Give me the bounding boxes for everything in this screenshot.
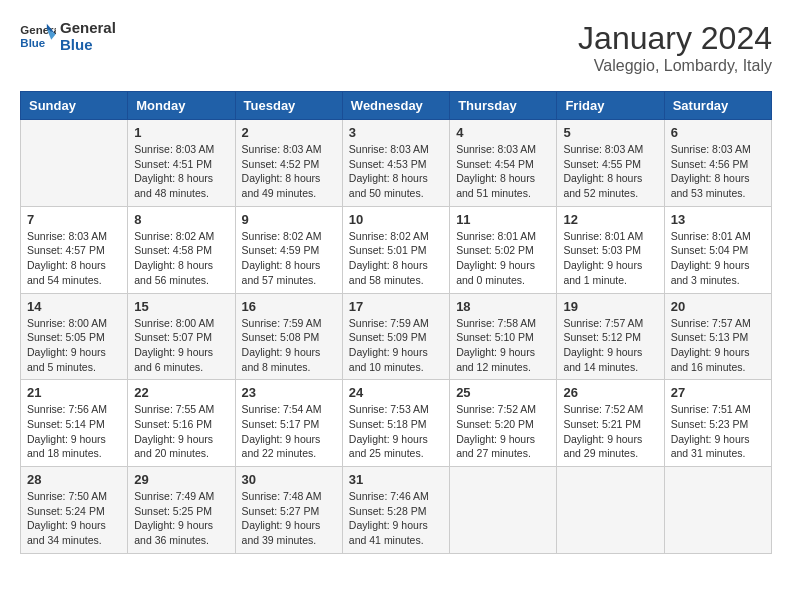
- day-info: Sunrise: 8:00 AM Sunset: 5:07 PM Dayligh…: [134, 316, 228, 375]
- calendar-cell: 21Sunrise: 7:56 AM Sunset: 5:14 PM Dayli…: [21, 380, 128, 467]
- calendar-week-5: 28Sunrise: 7:50 AM Sunset: 5:24 PM Dayli…: [21, 467, 772, 554]
- day-number: 7: [27, 212, 121, 227]
- calendar-cell: 25Sunrise: 7:52 AM Sunset: 5:20 PM Dayli…: [450, 380, 557, 467]
- calendar-cell: 23Sunrise: 7:54 AM Sunset: 5:17 PM Dayli…: [235, 380, 342, 467]
- day-info: Sunrise: 7:48 AM Sunset: 5:27 PM Dayligh…: [242, 489, 336, 548]
- calendar-cell: 4Sunrise: 8:03 AM Sunset: 4:54 PM Daylig…: [450, 120, 557, 207]
- day-number: 10: [349, 212, 443, 227]
- day-number: 2: [242, 125, 336, 140]
- day-number: 20: [671, 299, 765, 314]
- day-info: Sunrise: 7:56 AM Sunset: 5:14 PM Dayligh…: [27, 402, 121, 461]
- calendar-week-1: 1Sunrise: 8:03 AM Sunset: 4:51 PM Daylig…: [21, 120, 772, 207]
- day-number: 3: [349, 125, 443, 140]
- calendar-cell: 11Sunrise: 8:01 AM Sunset: 5:02 PM Dayli…: [450, 206, 557, 293]
- day-info: Sunrise: 8:02 AM Sunset: 5:01 PM Dayligh…: [349, 229, 443, 288]
- calendar-cell: 10Sunrise: 8:02 AM Sunset: 5:01 PM Dayli…: [342, 206, 449, 293]
- logo-icon: General Blue: [20, 22, 56, 52]
- calendar-cell: 14Sunrise: 8:00 AM Sunset: 5:05 PM Dayli…: [21, 293, 128, 380]
- day-number: 12: [563, 212, 657, 227]
- day-info: Sunrise: 8:03 AM Sunset: 4:53 PM Dayligh…: [349, 142, 443, 201]
- calendar-cell: 2Sunrise: 8:03 AM Sunset: 4:52 PM Daylig…: [235, 120, 342, 207]
- calendar-cell: 24Sunrise: 7:53 AM Sunset: 5:18 PM Dayli…: [342, 380, 449, 467]
- day-number: 5: [563, 125, 657, 140]
- day-number: 6: [671, 125, 765, 140]
- logo: General Blue General Blue: [20, 20, 116, 53]
- calendar-cell: 15Sunrise: 8:00 AM Sunset: 5:07 PM Dayli…: [128, 293, 235, 380]
- day-info: Sunrise: 8:03 AM Sunset: 4:57 PM Dayligh…: [27, 229, 121, 288]
- day-info: Sunrise: 7:49 AM Sunset: 5:25 PM Dayligh…: [134, 489, 228, 548]
- day-number: 16: [242, 299, 336, 314]
- month-title: January 2024: [578, 20, 772, 57]
- calendar-week-4: 21Sunrise: 7:56 AM Sunset: 5:14 PM Dayli…: [21, 380, 772, 467]
- day-number: 8: [134, 212, 228, 227]
- calendar-week-3: 14Sunrise: 8:00 AM Sunset: 5:05 PM Dayli…: [21, 293, 772, 380]
- calendar-cell: 18Sunrise: 7:58 AM Sunset: 5:10 PM Dayli…: [450, 293, 557, 380]
- calendar-cell: 5Sunrise: 8:03 AM Sunset: 4:55 PM Daylig…: [557, 120, 664, 207]
- calendar-cell: 20Sunrise: 7:57 AM Sunset: 5:13 PM Dayli…: [664, 293, 771, 380]
- calendar-cell: 9Sunrise: 8:02 AM Sunset: 4:59 PM Daylig…: [235, 206, 342, 293]
- weekday-header-wednesday: Wednesday: [342, 92, 449, 120]
- calendar-cell: 8Sunrise: 8:02 AM Sunset: 4:58 PM Daylig…: [128, 206, 235, 293]
- day-info: Sunrise: 8:03 AM Sunset: 4:54 PM Dayligh…: [456, 142, 550, 201]
- day-info: Sunrise: 7:53 AM Sunset: 5:18 PM Dayligh…: [349, 402, 443, 461]
- day-info: Sunrise: 7:52 AM Sunset: 5:20 PM Dayligh…: [456, 402, 550, 461]
- day-number: 17: [349, 299, 443, 314]
- day-number: 24: [349, 385, 443, 400]
- day-number: 22: [134, 385, 228, 400]
- day-number: 18: [456, 299, 550, 314]
- day-info: Sunrise: 7:52 AM Sunset: 5:21 PM Dayligh…: [563, 402, 657, 461]
- day-info: Sunrise: 7:51 AM Sunset: 5:23 PM Dayligh…: [671, 402, 765, 461]
- day-info: Sunrise: 8:03 AM Sunset: 4:52 PM Dayligh…: [242, 142, 336, 201]
- title-section: January 2024 Valeggio, Lombardy, Italy: [578, 20, 772, 75]
- weekday-header-thursday: Thursday: [450, 92, 557, 120]
- calendar-cell: 30Sunrise: 7:48 AM Sunset: 5:27 PM Dayli…: [235, 467, 342, 554]
- day-number: 27: [671, 385, 765, 400]
- day-number: 1: [134, 125, 228, 140]
- calendar-body: 1Sunrise: 8:03 AM Sunset: 4:51 PM Daylig…: [21, 120, 772, 554]
- day-number: 23: [242, 385, 336, 400]
- day-number: 4: [456, 125, 550, 140]
- day-number: 11: [456, 212, 550, 227]
- day-number: 15: [134, 299, 228, 314]
- calendar-cell: 19Sunrise: 7:57 AM Sunset: 5:12 PM Dayli…: [557, 293, 664, 380]
- day-number: 9: [242, 212, 336, 227]
- header-row: SundayMondayTuesdayWednesdayThursdayFrid…: [21, 92, 772, 120]
- weekday-header-friday: Friday: [557, 92, 664, 120]
- calendar-cell: 3Sunrise: 8:03 AM Sunset: 4:53 PM Daylig…: [342, 120, 449, 207]
- day-info: Sunrise: 7:46 AM Sunset: 5:28 PM Dayligh…: [349, 489, 443, 548]
- day-number: 31: [349, 472, 443, 487]
- day-info: Sunrise: 8:03 AM Sunset: 4:55 PM Dayligh…: [563, 142, 657, 201]
- day-info: Sunrise: 8:03 AM Sunset: 4:56 PM Dayligh…: [671, 142, 765, 201]
- calendar-header: SundayMondayTuesdayWednesdayThursdayFrid…: [21, 92, 772, 120]
- day-info: Sunrise: 8:02 AM Sunset: 4:59 PM Dayligh…: [242, 229, 336, 288]
- day-info: Sunrise: 7:54 AM Sunset: 5:17 PM Dayligh…: [242, 402, 336, 461]
- day-number: 28: [27, 472, 121, 487]
- day-info: Sunrise: 8:01 AM Sunset: 5:02 PM Dayligh…: [456, 229, 550, 288]
- calendar-cell: 27Sunrise: 7:51 AM Sunset: 5:23 PM Dayli…: [664, 380, 771, 467]
- day-number: 14: [27, 299, 121, 314]
- calendar-cell: 7Sunrise: 8:03 AM Sunset: 4:57 PM Daylig…: [21, 206, 128, 293]
- calendar-week-2: 7Sunrise: 8:03 AM Sunset: 4:57 PM Daylig…: [21, 206, 772, 293]
- weekday-header-saturday: Saturday: [664, 92, 771, 120]
- calendar-cell: 6Sunrise: 8:03 AM Sunset: 4:56 PM Daylig…: [664, 120, 771, 207]
- day-info: Sunrise: 7:50 AM Sunset: 5:24 PM Dayligh…: [27, 489, 121, 548]
- day-info: Sunrise: 8:00 AM Sunset: 5:05 PM Dayligh…: [27, 316, 121, 375]
- day-info: Sunrise: 7:59 AM Sunset: 5:08 PM Dayligh…: [242, 316, 336, 375]
- day-info: Sunrise: 7:58 AM Sunset: 5:10 PM Dayligh…: [456, 316, 550, 375]
- svg-text:Blue: Blue: [20, 36, 45, 48]
- day-number: 30: [242, 472, 336, 487]
- calendar-cell: 16Sunrise: 7:59 AM Sunset: 5:08 PM Dayli…: [235, 293, 342, 380]
- page-header: General Blue General Blue January 2024 V…: [20, 20, 772, 75]
- day-info: Sunrise: 8:02 AM Sunset: 4:58 PM Dayligh…: [134, 229, 228, 288]
- logo-text-blue: Blue: [60, 37, 116, 54]
- day-info: Sunrise: 7:59 AM Sunset: 5:09 PM Dayligh…: [349, 316, 443, 375]
- calendar-cell: [557, 467, 664, 554]
- day-number: 29: [134, 472, 228, 487]
- calendar-cell: 28Sunrise: 7:50 AM Sunset: 5:24 PM Dayli…: [21, 467, 128, 554]
- calendar-cell: 12Sunrise: 8:01 AM Sunset: 5:03 PM Dayli…: [557, 206, 664, 293]
- day-info: Sunrise: 7:57 AM Sunset: 5:12 PM Dayligh…: [563, 316, 657, 375]
- calendar-cell: 17Sunrise: 7:59 AM Sunset: 5:09 PM Dayli…: [342, 293, 449, 380]
- day-number: 21: [27, 385, 121, 400]
- day-number: 19: [563, 299, 657, 314]
- calendar-cell: 1Sunrise: 8:03 AM Sunset: 4:51 PM Daylig…: [128, 120, 235, 207]
